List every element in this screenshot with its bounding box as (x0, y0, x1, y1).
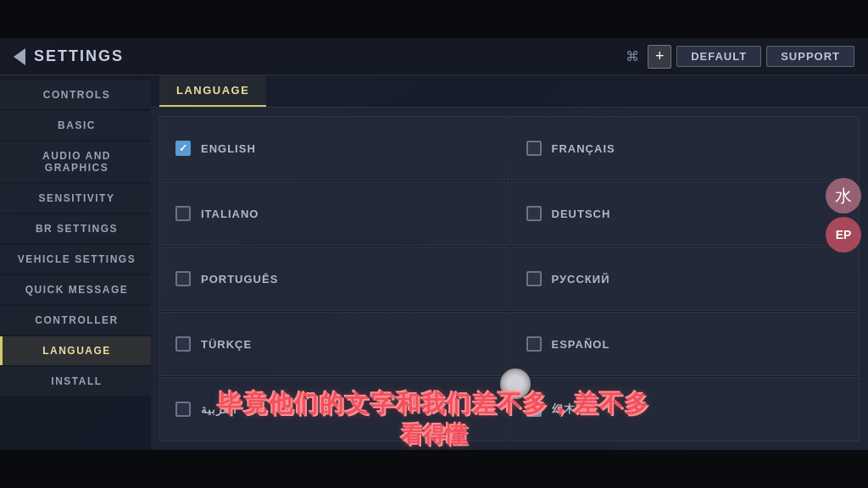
tab-language[interactable]: LANGUAGE (159, 75, 266, 107)
checkbox-japanese[interactable] (526, 402, 542, 417)
sidebar-item-language[interactable]: LANGUAGE (0, 336, 151, 365)
sidebar-item-sensitivity[interactable]: SENSITIVITY (0, 184, 151, 213)
sidebar-item-quick-message[interactable]: QUICK MESSAGE (0, 275, 151, 304)
lang-japanese[interactable]: 幻木語 (510, 377, 860, 441)
lang-deutsch[interactable]: DEUTSCH (510, 181, 860, 246)
header: SETTINGS ⌘ + DEFAULT SUPPORT (0, 38, 868, 75)
checkbox-portugues[interactable] (175, 271, 191, 286)
checkbox-deutsch[interactable] (526, 206, 542, 221)
lang-italiano[interactable]: ITALIANO (159, 181, 509, 246)
checkbox-turkce[interactable] (175, 336, 191, 352)
lang-arabic[interactable]: العربية (159, 377, 509, 441)
lang-russian[interactable]: РУССКИЙ (510, 247, 860, 311)
content-area: CONTROLS BASIC AUDIO AND GRAPHICS SENSIT… (0, 75, 868, 450)
sidebar: CONTROLS BASIC AUDIO AND GRAPHICS SENSIT… (0, 75, 151, 450)
default-button[interactable]: DEFAULT (676, 46, 761, 67)
sidebar-item-basic[interactable]: BASIC (0, 111, 151, 140)
sidebar-item-vehicle-settings[interactable]: VEHICLE SETTINGS (0, 245, 151, 274)
checkbox-russian[interactable] (526, 271, 542, 286)
checkbox-francais[interactable] (526, 141, 542, 156)
add-button[interactable]: + (648, 45, 671, 69)
sidebar-item-br-settings[interactable]: BR SETTINGS (0, 214, 151, 243)
sidebar-item-install[interactable]: INSTALL (0, 367, 151, 396)
ep-icon: EP (826, 217, 861, 252)
back-icon (14, 48, 25, 65)
snowflake-icon: 水 (826, 178, 861, 214)
top-bar (0, 0, 868, 38)
checkbox-arabic[interactable] (175, 402, 191, 417)
lang-arabic-label: العربية (201, 403, 237, 416)
checkbox-italiano[interactable] (175, 206, 191, 221)
lang-francais-label: FRANÇAIS (552, 142, 615, 155)
bottom-bar (0, 450, 868, 488)
sidebar-item-controls[interactable]: CONTROLS (0, 80, 151, 109)
deco-icons: 水 EP (826, 178, 861, 252)
lang-francais[interactable]: FRANÇAIS (510, 116, 860, 180)
lang-english-label: ENGLISH (201, 142, 256, 155)
lang-espanol-label: ESPAÑOL (552, 338, 610, 351)
lang-deutsch-label: DEUTSCH (552, 208, 611, 220)
lang-russian-label: РУССКИЙ (552, 273, 610, 286)
lang-english[interactable]: ENGLISH (159, 116, 509, 180)
support-button[interactable]: SUPPORT (766, 46, 854, 67)
lang-espanol[interactable]: ESPAÑOL (510, 312, 860, 376)
main-container: SETTINGS ⌘ + DEFAULT SUPPORT CONTROLS BA… (0, 38, 868, 450)
checkbox-english[interactable] (175, 141, 191, 156)
lang-turkce-label: TÜRKÇE (201, 338, 252, 351)
lang-portugues[interactable]: PORTUGUÊS (159, 247, 509, 311)
page-title: SETTINGS (34, 47, 626, 65)
lang-japanese-label: 幻木語 (552, 402, 587, 417)
sidebar-item-audio-graphics[interactable]: AUDIO AND GRAPHICS (0, 141, 151, 182)
sidebar-item-controller[interactable]: CONTROLLER (0, 306, 151, 335)
lang-portugues-label: PORTUGUÊS (201, 273, 278, 286)
lang-italiano-label: ITALIANO (201, 208, 259, 220)
back-button[interactable] (14, 48, 25, 65)
wifi-icon: ⌘ (626, 48, 639, 64)
joystick-overlay (500, 369, 531, 399)
lang-turkce[interactable]: TÜRKÇE (159, 312, 509, 376)
header-actions: ⌘ + DEFAULT SUPPORT (626, 45, 854, 69)
checkbox-espanol[interactable] (526, 336, 542, 352)
tab-bar: LANGUAGE (151, 75, 868, 108)
